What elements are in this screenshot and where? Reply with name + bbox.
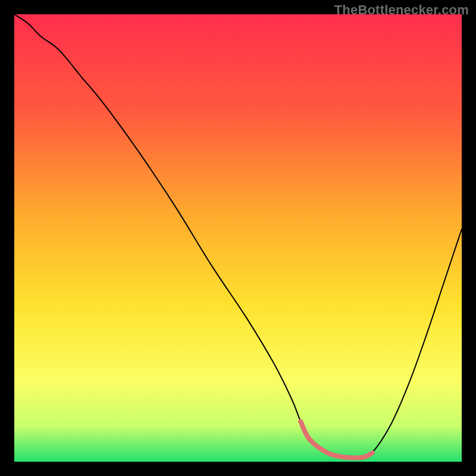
- curve-chart: [0, 0, 476, 476]
- watermark-text: TheBottlenecker.com: [334, 2, 469, 18]
- chart-frame: TheBottlenecker.com: [0, 0, 476, 476]
- gradient-background: [14, 14, 462, 462]
